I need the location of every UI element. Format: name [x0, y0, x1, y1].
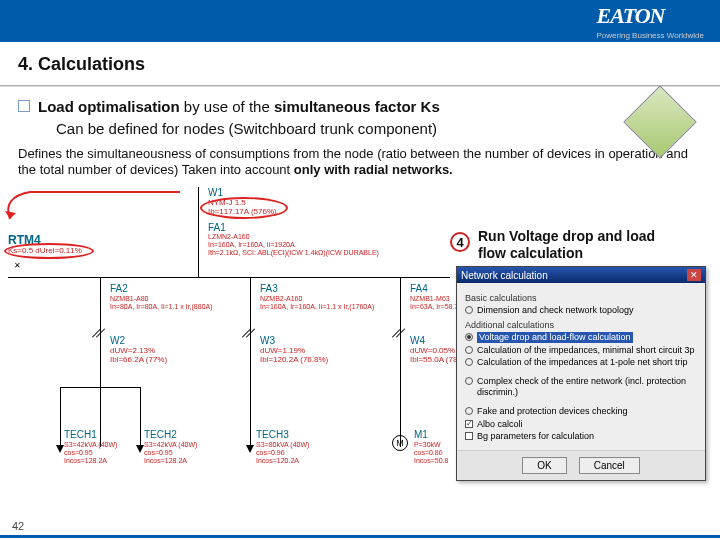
node-tech2-data: S3=42kVA (40W) cos=0.95 Incos=128.2A — [144, 441, 197, 464]
option-short-circuit-1p[interactable]: Calculation of the impedances at 1-pole … — [465, 357, 697, 368]
radio-icon — [465, 377, 473, 385]
description-text: Defines the simultaneousness of consumpt… — [18, 146, 702, 180]
node-fa2-label: FA2 — [110, 283, 128, 294]
node-m1-label: M1 — [414, 429, 428, 440]
network-calculation-dialog: Network calculation ✕ Basic calculations… — [456, 266, 706, 481]
bullet-subline: Can be defined for nodes (Switchboard tr… — [56, 119, 702, 139]
dialog-section-basic: Basic calculations — [465, 293, 697, 303]
node-tech3-data: S3=80kVA (40W) cos=0.96 Incos=120.2A — [256, 441, 309, 464]
logo-text: EATON — [597, 3, 665, 29]
option-fake-protection[interactable]: Fake and protection devices checking — [465, 406, 697, 417]
node-w2-data: dUW=2.13% Ibl=66.2A (77%) — [110, 347, 167, 365]
dialog-button-row: OK Cancel — [457, 450, 705, 480]
dialog-titlebar: Network calculation ✕ — [457, 267, 705, 283]
option-voltage-drop[interactable]: Voltage drop and load-flow calculation — [465, 332, 697, 343]
option-albo-calcoli[interactable]: Albo calcoli — [465, 419, 697, 430]
bullet-text: Load optimalisation by use of the simult… — [38, 97, 440, 117]
header-bar: EATON Powering Business Worldwide — [0, 0, 720, 42]
busbar-tick: ✕ — [14, 261, 21, 270]
option-short-circuit-3p[interactable]: Calculation of the impedances, minimal s… — [465, 345, 697, 356]
node-tech3-label: TECH3 — [256, 429, 289, 440]
radio-icon — [465, 333, 473, 341]
node-fa4-label: FA4 — [410, 283, 428, 294]
node-m1-data: P=30kW cos=0.86 Incos=50.8 — [414, 441, 448, 464]
checkbox-icon — [465, 420, 473, 428]
option-complex-check[interactable]: Complex check of the entire network (inc… — [465, 376, 697, 398]
dialog-title-text: Network calculation — [461, 270, 548, 281]
bullet-load-optimalisation: Load optimalisation by use of the simult… — [18, 97, 702, 117]
radio-icon — [465, 407, 473, 415]
page-number: 42 — [12, 520, 24, 532]
bullet-checkbox-icon — [18, 100, 30, 112]
dialog-body: Basic calculations Dimension and check n… — [457, 283, 705, 450]
cancel-button[interactable]: Cancel — [579, 457, 640, 474]
node-fa3-label: FA3 — [260, 283, 278, 294]
close-icon[interactable]: ✕ — [687, 269, 701, 281]
footer-accent-bar — [0, 535, 720, 538]
svg-marker-0 — [5, 211, 16, 219]
node-w1-label: W1 — [208, 187, 223, 198]
node-w4-label: W4 — [410, 335, 425, 346]
radio-icon — [465, 358, 473, 366]
radio-icon — [465, 346, 473, 354]
node-tech1-label: TECH1 — [64, 429, 97, 440]
node-w3-label: W3 — [260, 335, 275, 346]
option-dimension[interactable]: Dimension and check network topology — [465, 305, 697, 316]
node-w3-data: dUW=1.19% Ibl=120.2A (76.8%) — [260, 347, 328, 365]
dialog-section-additional: Additional calculations — [465, 320, 697, 330]
motor-icon: M — [392, 435, 408, 451]
node-tech1-data: S3=42kVA (40W) cos=0.95 Incos=128.2A — [64, 441, 117, 464]
node-fa3-data: NZMB2-A160 In=160A, Ir=160A, Ii=1.1 x Ir… — [260, 295, 374, 310]
node-fa1-label: FA1 — [208, 222, 226, 233]
checkbox-icon — [465, 432, 473, 440]
node-tech2-label: TECH2 — [144, 429, 177, 440]
brand-logo: EATON Powering Business Worldwide — [597, 3, 704, 40]
switchboard-node-icon — [630, 92, 690, 152]
node-fa1-data: LZMN2-A160 In=160A, Ir=160A, Ii=1920A It… — [208, 233, 379, 256]
node-fa2-data: NZMB1-A80 In=80A, Ir=80A, Ii=1.1 x Ir,(8… — [110, 295, 213, 310]
ok-button[interactable]: OK — [522, 457, 566, 474]
slide-title: 4. Calculations — [18, 54, 702, 75]
radio-icon — [465, 306, 473, 314]
brand-tagline: Powering Business Worldwide — [597, 31, 704, 40]
title-divider — [0, 85, 720, 87]
node-w2-label: W2 — [110, 335, 125, 346]
slide-title-row: 4. Calculations — [0, 42, 720, 81]
option-bg-parameters[interactable]: Bg parameters for calculation — [465, 431, 697, 442]
